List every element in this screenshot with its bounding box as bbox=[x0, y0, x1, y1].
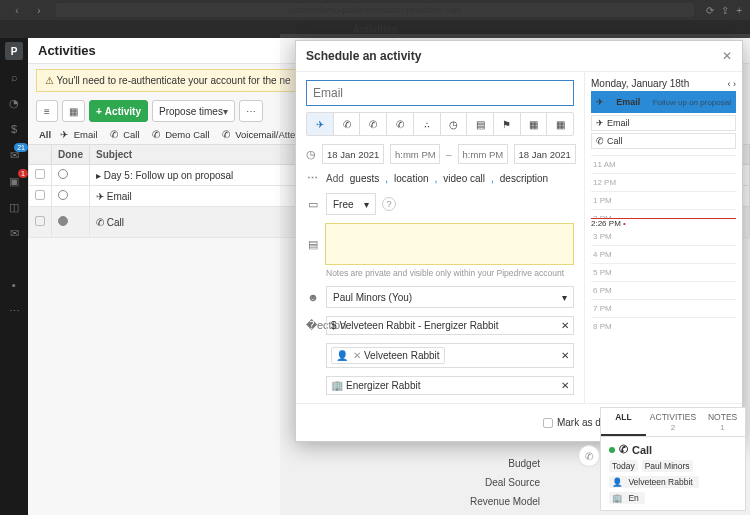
remove-icon[interactable]: ✕ bbox=[561, 380, 569, 391]
done-toggle[interactable] bbox=[58, 216, 68, 226]
activity-button[interactable]: Activity bbox=[89, 100, 148, 122]
notes-icon: ▤ bbox=[306, 238, 319, 251]
filter-email[interactable]: ✈ Email bbox=[57, 128, 103, 141]
filter-demo[interactable]: ✆ Demo Call bbox=[149, 128, 216, 141]
notes-hint: Notes are private and visible only withi… bbox=[326, 268, 574, 278]
subject-input[interactable] bbox=[306, 80, 574, 106]
contacts-icon[interactable]: ◫ bbox=[5, 198, 23, 216]
next-day[interactable]: › bbox=[733, 79, 736, 89]
url-bar: partnerdemo-paulminorscom.pipedrive.com bbox=[56, 3, 694, 17]
logo[interactable]: P bbox=[5, 42, 23, 60]
more-button[interactable]: ⋯ bbox=[239, 100, 263, 122]
checkbox[interactable] bbox=[35, 190, 45, 200]
remove-icon[interactable]: ✕ bbox=[561, 350, 569, 361]
mini-event[interactable]: ✆Call bbox=[591, 133, 736, 149]
start-time[interactable] bbox=[390, 144, 440, 164]
clipboard-icon: ▤ bbox=[467, 113, 494, 135]
link-icon: �ection bbox=[306, 319, 320, 332]
checkbox[interactable] bbox=[35, 216, 45, 226]
calendar-icon[interactable]: ▣1 bbox=[5, 172, 23, 190]
reload-icon[interactable]: ⟳ bbox=[706, 5, 714, 16]
schedule-activity-modal: Schedule an activity ✕ ✈✆✆✆⛬◷▤⚑▦▦ ◷ – ⋯ … bbox=[295, 40, 743, 442]
mini-event[interactable]: ✈EmailFollow up on proposal bbox=[591, 91, 736, 113]
busy-select[interactable]: Free▾ bbox=[326, 193, 376, 215]
search-icon[interactable]: ⌕ bbox=[5, 68, 23, 86]
send-icon: ✈ bbox=[307, 113, 334, 135]
filter-all[interactable]: All bbox=[36, 128, 54, 141]
modal-title: Schedule an activity bbox=[306, 49, 421, 63]
propose-button[interactable]: Propose times ▾ bbox=[152, 100, 235, 122]
filter-call[interactable]: ✆ Call bbox=[107, 128, 146, 141]
done-toggle[interactable] bbox=[58, 169, 68, 179]
help-icon[interactable]: ? bbox=[382, 197, 396, 211]
people-icon: ⛬ bbox=[414, 113, 441, 135]
linked-org[interactable]: 🏢 Energizer Rabbit ✕ bbox=[326, 376, 574, 395]
person-icon: ☻ bbox=[306, 291, 320, 303]
checkbox[interactable] bbox=[35, 169, 45, 179]
now-line: 2:26 PM • bbox=[591, 218, 736, 228]
add-icon[interactable]: + bbox=[736, 5, 742, 16]
close-icon[interactable]: ✕ bbox=[722, 49, 732, 63]
back-icon[interactable]: ‹ bbox=[8, 3, 26, 17]
more-icon[interactable]: ⋯ bbox=[306, 172, 320, 185]
availability-icon: ▭ bbox=[306, 198, 320, 211]
mini-event[interactable]: ✈Email bbox=[591, 115, 736, 131]
add-video[interactable]: video call bbox=[443, 173, 485, 184]
inbox-icon[interactable]: ✉21 bbox=[5, 146, 23, 164]
cal-view-button[interactable]: ▦ bbox=[62, 100, 85, 122]
done-toggle[interactable] bbox=[58, 190, 68, 200]
linked-person[interactable]: 👤 ✕ Velveteen Rabbit ✕ bbox=[326, 343, 574, 368]
doc-icon: ▦ bbox=[547, 113, 573, 135]
prev-day[interactable]: ‹ bbox=[727, 79, 730, 89]
bell-icon[interactable]: ◔ bbox=[5, 94, 23, 112]
flag-icon: ⚑ bbox=[494, 113, 521, 135]
end-time[interactable] bbox=[458, 144, 508, 164]
type-picker[interactable]: ✈✆✆✆⛬◷▤⚑▦▦ bbox=[306, 112, 574, 136]
phone-icon: ✆ bbox=[360, 113, 387, 135]
owner-select[interactable]: Paul Minors (You)▾ bbox=[326, 286, 574, 308]
start-date[interactable] bbox=[322, 144, 384, 164]
mini-timeline: 11 AM 12 PM 1 PM 2 PM 2:26 PM • 3 PM 4 P… bbox=[591, 155, 736, 335]
browser-tab[interactable]: Activities bbox=[353, 24, 397, 35]
fwd-icon[interactable]: › bbox=[30, 3, 48, 17]
mini-day: Monday, January 18th bbox=[591, 78, 689, 89]
add-description[interactable]: description bbox=[500, 173, 548, 184]
phone-icon: ✆ bbox=[387, 113, 414, 135]
add-location[interactable]: location bbox=[394, 173, 428, 184]
activity-detail-panel: ALL ACTIVITIES 2 NOTES 1 ✆ Call Today Pa… bbox=[600, 407, 746, 511]
clock-icon: ◷ bbox=[441, 113, 468, 135]
end-date[interactable] bbox=[514, 144, 576, 164]
stats-icon[interactable]: ▪ bbox=[5, 276, 23, 294]
list-view-button[interactable]: ≡ bbox=[36, 100, 58, 122]
doc-icon: ▦ bbox=[521, 113, 548, 135]
remove-icon[interactable]: ✕ bbox=[561, 320, 569, 331]
notes-input[interactable] bbox=[325, 223, 574, 265]
call-fab[interactable]: ✆ bbox=[578, 445, 600, 467]
phone-icon: ✆ bbox=[334, 113, 361, 135]
linked-deal[interactable]: $Velveteen Rabbit - Energizer Rabbit ✕ bbox=[326, 316, 574, 335]
tab-all[interactable]: ALL bbox=[601, 408, 646, 436]
share-icon[interactable]: ⇪ bbox=[721, 5, 729, 16]
more-icon[interactable]: ⋯ bbox=[5, 302, 23, 320]
dollar-icon[interactable]: $ bbox=[5, 120, 23, 138]
tab-activities[interactable]: ACTIVITIES 2 bbox=[646, 408, 700, 436]
clock-icon: ◷ bbox=[306, 148, 316, 161]
add-guests[interactable]: guests bbox=[350, 173, 379, 184]
tab-notes[interactable]: NOTES 1 bbox=[700, 408, 745, 436]
mail-icon[interactable]: ✉ bbox=[5, 224, 23, 242]
detail-title: ✆ Call bbox=[609, 443, 737, 456]
